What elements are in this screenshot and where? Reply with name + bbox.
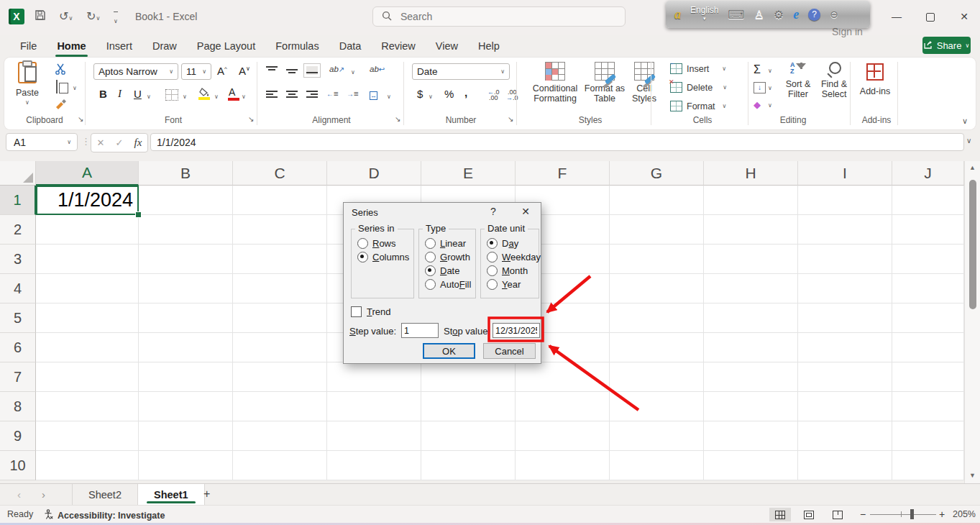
name-box-dropdown[interactable]: ∨ xyxy=(67,139,71,145)
borders-dropdown[interactable]: ∨ xyxy=(183,93,187,100)
column-header-J[interactable]: J xyxy=(892,161,964,186)
radio-columns[interactable]: Columns xyxy=(357,252,409,262)
radio-linear[interactable]: Linear xyxy=(425,238,466,249)
menu-tab-file[interactable]: File xyxy=(12,37,45,55)
column-header-A[interactable]: A xyxy=(36,161,139,186)
align-left-button[interactable] xyxy=(266,91,278,99)
insert-function-icon[interactable]: fx xyxy=(134,137,142,149)
font-dialog-launcher[interactable]: ↘ xyxy=(248,115,254,123)
menu-tab-insert[interactable]: Insert xyxy=(98,37,141,55)
sheet-tab-sheet2[interactable]: Sheet2 xyxy=(72,484,138,505)
radio-rows[interactable]: Rows xyxy=(357,238,396,249)
qat-customize-button[interactable]: ∨ xyxy=(114,12,118,29)
new-sheet-button[interactable]: + xyxy=(203,488,210,501)
top-align-button[interactable] xyxy=(266,66,278,75)
stop-value-input[interactable] xyxy=(493,323,540,338)
column-header-E[interactable]: E xyxy=(421,161,516,186)
currency-dropdown[interactable]: ∨ xyxy=(429,93,433,100)
sort-filter-button[interactable]: A Z Sort & Filter xyxy=(779,62,817,99)
orientation-button[interactable]: ab↗ xyxy=(329,65,344,73)
radio-button[interactable] xyxy=(357,238,368,249)
merge-center-dropdown[interactable]: ∨ xyxy=(387,93,391,100)
menu-tab-view[interactable]: View xyxy=(427,37,467,55)
window-maximize-button[interactable] xyxy=(920,12,941,24)
normal-view-button[interactable] xyxy=(769,508,791,521)
menu-tab-formulas[interactable]: Formulas xyxy=(267,37,327,55)
row-header-9[interactable]: 9 xyxy=(0,421,36,451)
ok-button[interactable]: OK xyxy=(423,343,475,359)
radio-button[interactable] xyxy=(487,252,498,262)
column-header-I[interactable]: I xyxy=(798,161,892,186)
scroll-up-arrow[interactable]: ▲ xyxy=(969,164,976,171)
font-color-icon[interactable]: A xyxy=(229,86,235,98)
align-center-button[interactable] xyxy=(286,91,298,99)
middle-align-button[interactable] xyxy=(286,66,298,75)
formula-bar-expand[interactable]: ∨ xyxy=(966,137,971,145)
trend-checkbox[interactable]: Trend xyxy=(351,306,391,317)
keyboard-icon[interactable]: ⌨ xyxy=(728,8,744,22)
cut-icon[interactable] xyxy=(55,63,66,77)
clear-button[interactable]: ◆ xyxy=(754,99,761,110)
search-input[interactable] xyxy=(399,10,603,23)
sheet-tab-sheet1[interactable]: Sheet1 xyxy=(138,484,205,505)
scroll-down-arrow[interactable]: ▼ xyxy=(969,472,976,479)
increase-font-size-button[interactable]: A^ xyxy=(217,65,227,77)
format-painter-icon[interactable] xyxy=(55,98,68,111)
format-cells-button[interactable]: Format∨ xyxy=(670,101,726,111)
radio-button[interactable] xyxy=(357,252,368,262)
dialog-close-button[interactable]: ✕ xyxy=(516,206,535,217)
merge-center-button[interactable]: ↔ xyxy=(370,89,377,100)
name-box[interactable]: ∨ xyxy=(6,133,78,151)
trend-checkbox-box[interactable] xyxy=(351,306,362,317)
redo-button[interactable]: ↻∨ xyxy=(86,9,100,26)
menu-tab-review[interactable]: Review xyxy=(372,37,424,55)
cancel-button[interactable]: Cancel xyxy=(483,343,536,359)
window-minimize-button[interactable]: — xyxy=(886,11,907,22)
cancel-entry-icon[interactable]: ✕ xyxy=(97,137,105,148)
radio-year[interactable]: Year xyxy=(487,279,521,290)
formula-input[interactable]: 1/1/2024 xyxy=(150,133,964,151)
currency-button[interactable]: $ xyxy=(417,88,423,100)
cell-styles-button[interactable]: Cell Styles xyxy=(624,62,664,104)
column-header-B[interactable]: B xyxy=(139,161,233,186)
dialog-help-button[interactable]: ? xyxy=(485,206,501,217)
page-break-view-button[interactable] xyxy=(827,508,848,521)
menu-tab-home[interactable]: Home xyxy=(48,37,94,55)
font-name-combo[interactable]: Aptos Narrow∨ xyxy=(93,63,178,80)
radio-button[interactable] xyxy=(487,279,498,290)
zoom-level[interactable]: 205% xyxy=(953,509,976,519)
collapse-ribbon-button[interactable]: ∨ xyxy=(962,117,968,126)
number-dialog-launcher[interactable]: ↘ xyxy=(508,115,513,123)
fill-handle[interactable] xyxy=(135,211,142,218)
select-all-button[interactable] xyxy=(0,161,36,186)
row-header-8[interactable]: 8 xyxy=(0,392,36,421)
radio-weekday[interactable]: Weekday xyxy=(487,252,541,262)
increase-decimal-button[interactable]: ←.0 .00 xyxy=(487,89,500,101)
radio-day[interactable]: Day xyxy=(487,238,518,249)
step-value-input[interactable] xyxy=(401,323,439,338)
column-header-C[interactable]: C xyxy=(233,161,327,186)
row-header-7[interactable]: 7 xyxy=(0,362,36,392)
share-button[interactable]: Share ∨ xyxy=(922,37,971,54)
comma-style-button[interactable]: , xyxy=(464,86,467,99)
radio-button[interactable] xyxy=(425,238,436,249)
minimize-toolbar-icon[interactable]: ⊖ xyxy=(830,9,838,20)
orientation-dropdown[interactable]: ∨ xyxy=(351,69,355,76)
radio-date[interactable]: Date xyxy=(425,265,459,276)
decrease-indent-button[interactable]: ←≡ xyxy=(326,89,339,98)
radio-growth[interactable]: Growth xyxy=(425,252,470,262)
clipboard-dialog-launcher[interactable]: ↘ xyxy=(78,115,83,123)
radio-button[interactable] xyxy=(487,265,498,276)
fill-color-dropdown[interactable]: ∨ xyxy=(214,93,219,100)
zoom-slider-thumb[interactable] xyxy=(910,509,914,519)
radio-button[interactable] xyxy=(425,265,436,276)
window-close-button[interactable]: ✕ xyxy=(953,11,975,22)
fill-color-icon[interactable] xyxy=(198,88,210,99)
wrap-text-button[interactable]: ab↩ xyxy=(370,65,385,73)
menu-tab-help[interactable]: Help xyxy=(470,37,508,55)
browser-e-icon[interactable]: e xyxy=(793,7,799,22)
save-icon[interactable] xyxy=(35,9,46,24)
format-as-table-button[interactable]: Format as Table xyxy=(580,62,630,104)
conditional-formatting-button[interactable]: Conditional Formatting xyxy=(526,62,584,104)
radio-month[interactable]: Month xyxy=(487,265,528,276)
